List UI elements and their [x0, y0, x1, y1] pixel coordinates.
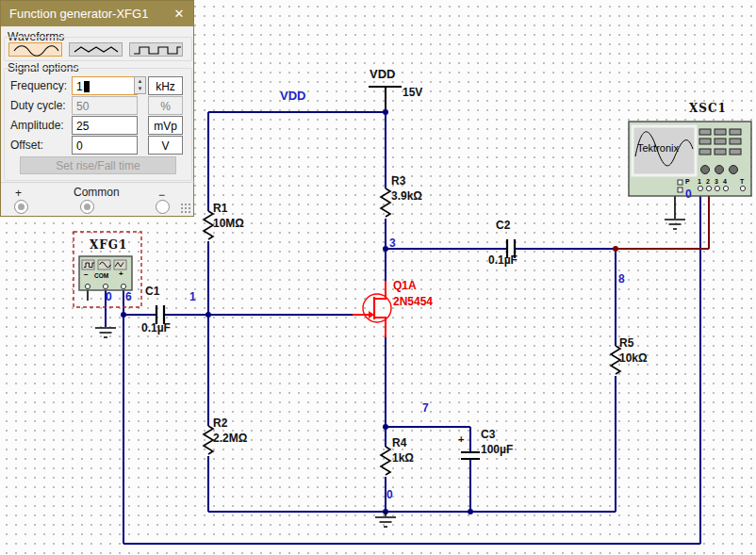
- frequency-input[interactable]: 1: [72, 76, 138, 95]
- xfg-terminal-minus[interactable]: [85, 284, 90, 288]
- xfg-com-label: COM: [94, 272, 108, 279]
- terminal-minus-radio[interactable]: [156, 200, 170, 214]
- wire-scope-ch2[interactable]: [616, 191, 709, 249]
- resistor-r1[interactable]: [204, 211, 213, 239]
- c1-ref-label: C1: [145, 286, 159, 297]
- net-label-3: 3: [389, 237, 396, 249]
- amplitude-label: Amplitude:: [10, 119, 64, 132]
- duty-unit: %: [148, 96, 183, 115]
- ground-symbol-xfg[interactable]: [95, 328, 116, 337]
- xfg-plus-label: +: [119, 269, 123, 278]
- net-label-7: 7: [422, 402, 429, 414]
- r3-value-label: 3.9kΩ: [391, 190, 422, 202]
- offset-unit: V: [148, 136, 183, 155]
- frequency-unit: kHz: [148, 76, 183, 95]
- xfg-terminal-plus[interactable]: [121, 284, 125, 288]
- set-rise-fall-button: Set rise/Fall time: [20, 156, 176, 174]
- duty-input: 50: [72, 96, 138, 115]
- offset-input[interactable]: 0: [72, 136, 138, 155]
- c2-ref-label: C2: [496, 220, 510, 231]
- c3-polarity-label: +: [458, 434, 464, 445]
- scope-pin-p-label: P: [685, 178, 690, 185]
- xfg-terminal-com[interactable]: [103, 284, 107, 288]
- terminal-common-label: Common: [74, 186, 120, 199]
- dialog-title: Function generator-XFG1: [1, 7, 165, 21]
- net-label-0-scope: 0: [685, 188, 692, 200]
- spinner-down-icon[interactable]: ▼: [135, 85, 145, 92]
- r4-ref-label: R4: [392, 437, 406, 449]
- r4-value-label: 1kΩ: [392, 452, 414, 464]
- scope-ch2-label: 2: [706, 178, 710, 185]
- scope-ch3-label: 3: [715, 178, 718, 185]
- frequency-spinner[interactable]: ▲ ▼: [134, 76, 146, 94]
- scope-ch1-label: 1: [698, 178, 701, 185]
- dialog-titlebar[interactable]: Function generator-XFG1 ✕: [1, 1, 193, 26]
- close-icon[interactable]: ✕: [165, 7, 193, 21]
- instrument-xsc1[interactable]: [629, 122, 751, 196]
- net-label-vdd: VDD: [280, 90, 305, 102]
- c2-value-label: 0.1µF: [488, 254, 518, 266]
- triangle-wave-icon: [71, 43, 122, 57]
- resistor-r4[interactable]: [381, 447, 390, 475]
- spinner-up-icon[interactable]: ▲: [135, 77, 145, 85]
- text-caret: [84, 81, 90, 92]
- capacitor-c3[interactable]: [461, 452, 480, 459]
- r1-value-label: 10MΩ: [213, 218, 244, 229]
- r2-value-label: 2.2MΩ: [213, 433, 247, 444]
- scope-trig-label: T: [740, 178, 744, 185]
- square-wave-icon: [84, 263, 94, 268]
- c1-value-label: 0.1µF: [141, 322, 171, 334]
- net-label-0-xfg: 0: [106, 291, 112, 302]
- junction-dot-out: [613, 246, 618, 252]
- scope-buttons[interactable]: [699, 129, 741, 155]
- triangle-wave-button[interactable]: [69, 42, 123, 57]
- r5-ref-label: R5: [619, 337, 633, 349]
- radio-dot: [18, 204, 25, 210]
- q1-value-label: 2N5454: [393, 296, 433, 307]
- r2-ref-label: R2: [213, 417, 227, 429]
- vdd-symbol-label: VDD: [370, 68, 395, 80]
- c3-ref-label: C3: [481, 429, 495, 440]
- xsc1-name-label: XSC1: [689, 102, 727, 115]
- scope-brand-label: Tektronix: [637, 142, 679, 154]
- terminal-plus-radio[interactable]: [14, 200, 28, 214]
- frequency-value: 1: [76, 80, 83, 93]
- sine-wave-button[interactable]: [8, 42, 62, 57]
- scope-pin-p[interactable]: [678, 180, 682, 185]
- terminal-plus-label: +: [15, 187, 22, 200]
- function-generator-window: Function generator-XFG1 ✕ Waveforms Sign…: [0, 0, 194, 217]
- scope-ch4-label: 4: [723, 178, 727, 185]
- r1-ref-label: R1: [213, 203, 227, 214]
- square-wave-icon: [131, 43, 182, 57]
- terminal-common-radio[interactable]: [80, 200, 94, 214]
- resize-grip[interactable]: [180, 203, 190, 213]
- ground-symbol-scope[interactable]: [665, 220, 685, 229]
- duty-label: Duty cycle:: [10, 99, 66, 112]
- q1-ref-label: Q1A: [393, 280, 417, 291]
- sine-wave-icon: [10, 43, 61, 57]
- xfg1-name-label: XFG1: [90, 238, 127, 252]
- amplitude-input[interactable]: 25: [72, 116, 138, 135]
- frequency-label: Frequency:: [10, 79, 67, 92]
- r3-ref-label: R3: [391, 175, 405, 187]
- net-label-6: 6: [125, 291, 132, 302]
- transistor-q1-jfet[interactable]: [353, 281, 391, 337]
- net-label-0-r4: 0: [386, 489, 393, 500]
- dialog-separator: [1, 182, 195, 183]
- c3-value-label: 100µF: [481, 444, 513, 455]
- net-label-1: 1: [189, 291, 196, 302]
- scope-pin-g[interactable]: [678, 188, 682, 192]
- amplitude-unit: mVp: [148, 116, 183, 135]
- r5-value-label: 10kΩ: [619, 352, 648, 364]
- scope-knobs[interactable]: [701, 166, 738, 174]
- vdd-value-label: 15V: [403, 87, 422, 98]
- resistor-r2[interactable]: [204, 426, 213, 454]
- resistor-r3[interactable]: [381, 188, 390, 217]
- ground-symbol-r4[interactable]: [375, 512, 396, 527]
- net-label-8: 8: [618, 273, 625, 285]
- vdd-power-symbol[interactable]: [369, 87, 402, 112]
- schematic-canvas[interactable]: VDD VDD 15V R1 10MΩ R2 2.2MΩ R3 3.9kΩ R4…: [0, 0, 756, 555]
- square-wave-button[interactable]: [129, 42, 183, 57]
- xfg-minus-label: −: [84, 270, 89, 279]
- radio-dot: [84, 204, 90, 210]
